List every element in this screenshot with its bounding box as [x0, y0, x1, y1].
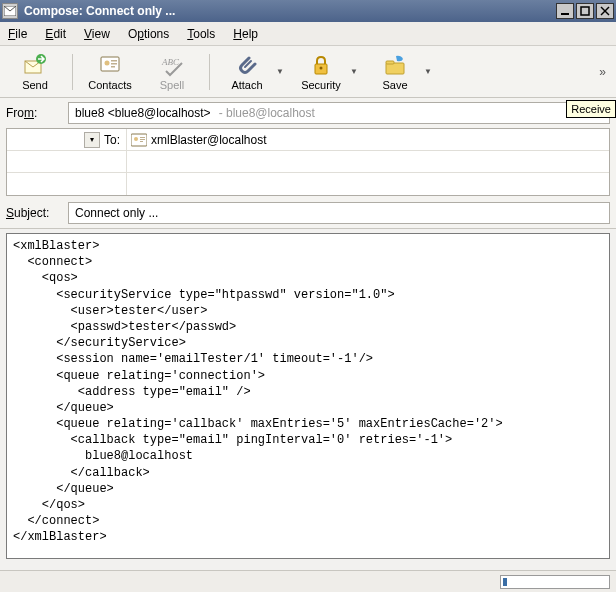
address-table: ▾ To:	[6, 128, 610, 196]
close-button[interactable]	[596, 3, 614, 19]
window-title: Compose: Connect only ...	[24, 4, 554, 18]
send-icon	[23, 53, 47, 77]
contacts-icon	[98, 53, 122, 77]
svg-rect-9	[111, 60, 117, 62]
separator	[209, 54, 210, 90]
maximize-button[interactable]	[576, 3, 594, 19]
toolbar-overflow[interactable]: »	[595, 61, 610, 83]
address-row: ▾ To:	[7, 129, 609, 151]
separator	[72, 54, 73, 90]
save-button[interactable]: Save	[366, 49, 424, 95]
menu-options[interactable]: Options	[128, 27, 169, 41]
progress-bar	[500, 575, 610, 589]
svg-point-18	[134, 137, 138, 141]
from-identity: blue8 <blue8@localhost>	[75, 106, 211, 120]
address-value-cell[interactable]	[127, 173, 609, 195]
security-button[interactable]: Security	[292, 49, 350, 95]
save-dropdown[interactable]: ▼	[424, 67, 432, 76]
menubar: File Edit View Options Tools Help	[0, 22, 616, 46]
address-row-empty	[7, 173, 609, 195]
progress-fill	[503, 578, 507, 586]
address-value-cell[interactable]	[127, 151, 609, 172]
contacts-label: Contacts	[88, 79, 131, 91]
security-label: Security	[301, 79, 341, 91]
spell-label: Spell	[160, 79, 184, 91]
attach-icon	[235, 53, 259, 77]
svg-point-8	[105, 60, 110, 65]
svg-rect-16	[386, 61, 394, 64]
svg-rect-11	[111, 66, 115, 68]
address-type-cell[interactable]	[7, 173, 127, 195]
contacts-button[interactable]: Contacts	[81, 49, 139, 95]
send-button[interactable]: Send	[6, 49, 64, 95]
titlebar: Compose: Connect only ...	[0, 0, 616, 22]
address-value-cell[interactable]	[127, 129, 609, 150]
svg-rect-19	[140, 137, 145, 138]
toolbar: Send Contacts ABC Spell Attach ▼ Securit…	[0, 46, 616, 98]
svg-text:ABC: ABC	[161, 57, 180, 67]
from-email-gray: - blue8@localhost	[219, 106, 315, 120]
address-row-empty	[7, 151, 609, 173]
menu-file[interactable]: File	[8, 27, 27, 41]
app-icon	[2, 3, 18, 19]
security-dropdown[interactable]: ▼	[350, 67, 358, 76]
security-icon	[309, 53, 333, 77]
tooltip: Receive	[566, 100, 616, 118]
save-icon	[383, 53, 407, 77]
to-label: To:	[104, 133, 120, 147]
attach-label: Attach	[231, 79, 262, 91]
send-label: Send	[22, 79, 48, 91]
body-text[interactable]: <xmlBlaster> <connect> <qos> <securitySe…	[7, 234, 609, 550]
address-type-cell[interactable]	[7, 151, 127, 172]
menu-help[interactable]: Help	[233, 27, 258, 41]
svg-rect-21	[140, 141, 143, 142]
menu-tools[interactable]: Tools	[187, 27, 215, 41]
spell-button[interactable]: ABC Spell	[143, 49, 201, 95]
attach-button[interactable]: Attach	[218, 49, 276, 95]
subject-input[interactable]	[68, 202, 610, 224]
compose-header: From: blue8 <blue8@localhost> - blue8@lo…	[0, 98, 616, 229]
svg-rect-15	[386, 63, 404, 74]
subject-label: Subject:	[6, 206, 64, 220]
svg-point-14	[320, 66, 323, 69]
spell-icon: ABC	[160, 53, 184, 77]
save-label: Save	[382, 79, 407, 91]
svg-rect-2	[581, 7, 589, 15]
svg-rect-10	[111, 63, 117, 65]
minimize-button[interactable]	[556, 3, 574, 19]
message-body[interactable]: <xmlBlaster> <connect> <qos> <securitySe…	[6, 233, 610, 559]
address-type-dropdown[interactable]: ▾	[84, 132, 100, 148]
attach-dropdown[interactable]: ▼	[276, 67, 284, 76]
to-input[interactable]	[151, 133, 605, 147]
from-dropdown[interactable]: blue8 <blue8@localhost> - blue8@localhos…	[68, 102, 610, 124]
address-type-cell[interactable]: ▾ To:	[7, 129, 127, 150]
menu-edit[interactable]: Edit	[45, 27, 66, 41]
svg-rect-20	[140, 139, 145, 140]
from-label: From:	[6, 106, 64, 120]
menu-view[interactable]: View	[84, 27, 110, 41]
contact-card-icon	[131, 133, 147, 147]
statusbar	[0, 570, 616, 592]
